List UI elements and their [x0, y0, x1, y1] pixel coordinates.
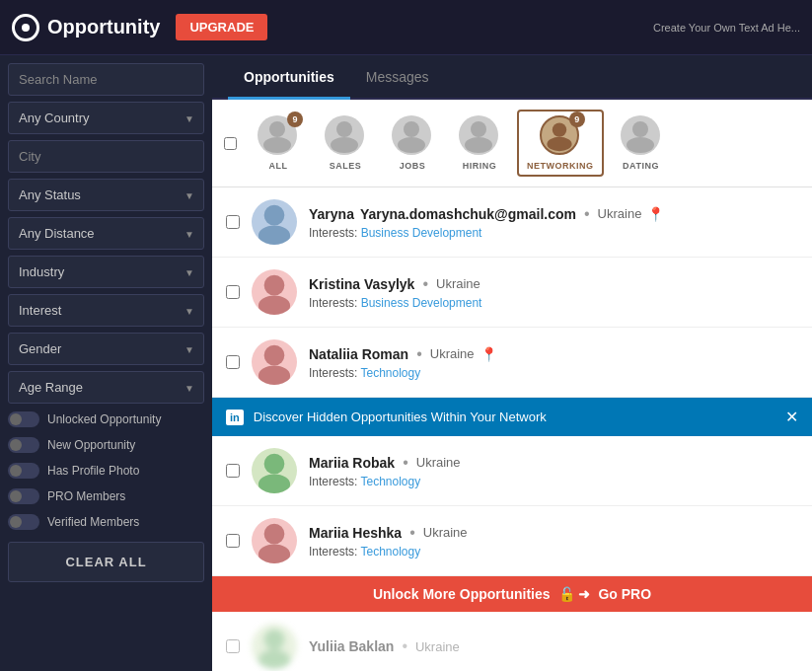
- toggle-new-opp-switch[interactable]: [8, 437, 39, 453]
- country-filter-wrapper: Any Country: [8, 102, 204, 134]
- avatar-silhouette-svg: [252, 624, 297, 669]
- toggle-profile-photo-switch[interactable]: [8, 463, 39, 479]
- distance-filter-wrapper: Any Distance: [8, 217, 204, 250]
- svg-point-22: [264, 630, 285, 650]
- svg-point-15: [258, 295, 290, 315]
- toggle-verified-switch[interactable]: [8, 514, 39, 530]
- person-name-line: Yuliia Baklan • Ukraine: [309, 637, 798, 655]
- separator: •: [422, 275, 428, 293]
- cat-networking-badge: 9: [569, 112, 585, 127]
- distance-filter[interactable]: Any Distance: [8, 217, 204, 250]
- person-checkbox[interactable]: [226, 215, 240, 229]
- separator: •: [584, 205, 590, 223]
- city-input[interactable]: [8, 140, 204, 173]
- category-all[interactable]: 9 ALL: [249, 112, 308, 175]
- person-checkbox[interactable]: [226, 534, 240, 548]
- linkedin-icon: in: [226, 410, 244, 425]
- cat-jobs-icon: [392, 115, 431, 155]
- toggle-profile-photo-label: Has Profile Photo: [47, 464, 139, 478]
- person-avatar[interactable]: [252, 199, 297, 245]
- cat-networking-label: NETWORKING: [527, 161, 594, 171]
- cat-all-label: ALL: [269, 161, 288, 171]
- cat-hiring-icon: [459, 115, 498, 155]
- svg-point-21: [258, 544, 290, 563]
- interest-filter[interactable]: Interest: [8, 294, 204, 327]
- gender-filter-wrapper: Gender: [8, 333, 204, 365]
- header: Opportunity UPGRADE Create Your Own Text…: [0, 0, 812, 55]
- svg-point-8: [553, 122, 566, 136]
- category-hiring[interactable]: HIRING: [450, 112, 509, 175]
- unlock-banner[interactable]: Unlock More Opportunities 🔓 ➜ Go PRO: [212, 576, 812, 612]
- person-name-line: Mariia Robak • Ukraine: [309, 454, 798, 472]
- status-filter-wrapper: Any Status: [8, 179, 204, 211]
- logo-circle: [12, 14, 39, 41]
- toggle-pro-switch[interactable]: [8, 488, 39, 504]
- person-avatar[interactable]: [252, 269, 297, 315]
- country-filter[interactable]: Any Country: [8, 102, 204, 134]
- category-dating[interactable]: DATING: [612, 112, 671, 175]
- cat-sales-icon-wrap: [325, 115, 366, 157]
- search-input[interactable]: [8, 63, 204, 96]
- person-info: Kristina Vasylyk • Ukraine Interests: Bu…: [309, 275, 798, 310]
- person-row: Kristina Vasylyk • Ukraine Interests: Bu…: [212, 258, 812, 328]
- toggle-unlocked: Unlocked Opportunity: [8, 410, 204, 429]
- person-checkbox[interactable]: [226, 639, 240, 653]
- toggle-pro: PRO Members: [8, 486, 204, 506]
- svg-point-7: [465, 137, 492, 153]
- people-list: Yaryna Yaryna.domashchuk@gmail.com • Ukr…: [212, 187, 812, 671]
- person-location: Ukraine: [436, 276, 480, 291]
- industry-filter[interactable]: Industry: [8, 256, 204, 288]
- category-jobs[interactable]: JOBS: [383, 112, 442, 175]
- person-avatar[interactable]: [252, 518, 297, 563]
- person-interests: Interests: Technology: [309, 545, 798, 559]
- svg-point-10: [632, 121, 648, 137]
- tab-messages[interactable]: Messages: [350, 55, 445, 100]
- upgrade-button[interactable]: UPGRADE: [176, 14, 267, 40]
- category-networking[interactable]: 9 NETWORKING: [517, 110, 604, 177]
- person-checkbox[interactable]: [226, 355, 240, 369]
- select-all-checkbox[interactable]: [224, 137, 237, 150]
- interests-value: Technology: [360, 475, 420, 488]
- category-sales[interactable]: SALES: [316, 112, 375, 175]
- person-checkbox[interactable]: [226, 285, 240, 299]
- person-name: Yuliia Baklan: [309, 638, 394, 654]
- svg-point-13: [258, 225, 290, 245]
- cat-hiring-icon-wrap: [459, 115, 500, 157]
- unlock-cta: Go PRO: [598, 586, 651, 602]
- linkedin-banner-close[interactable]: ✕: [785, 408, 798, 426]
- industry-filter-wrapper: Industry: [8, 256, 204, 288]
- svg-point-5: [398, 137, 425, 153]
- toggle-unlocked-switch[interactable]: [8, 411, 39, 427]
- cat-jobs-icon-wrap: [392, 115, 433, 157]
- cat-hiring-label: HIRING: [463, 161, 497, 171]
- toggle-verified-label: Verified Members: [47, 515, 139, 529]
- person-avatar[interactable]: [252, 339, 297, 385]
- toggle-pro-label: PRO Members: [47, 489, 125, 503]
- person-info: Nataliia Roman • Ukraine 📍 Interests: Te…: [309, 345, 798, 380]
- toggle-unlocked-label: Unlocked Opportunity: [47, 412, 161, 426]
- svg-point-2: [336, 121, 352, 137]
- svg-point-17: [258, 365, 290, 385]
- person-location: Ukraine: [423, 525, 468, 540]
- status-filter[interactable]: Any Status: [8, 179, 204, 211]
- avatar-silhouette-svg: [252, 339, 297, 385]
- person-row: Yuliia Baklan • Ukraine: [212, 612, 812, 671]
- svg-point-9: [547, 137, 571, 151]
- cat-sales-icon: [325, 115, 364, 155]
- age-filter[interactable]: Age Range: [8, 371, 204, 404]
- cat-dating-icon-wrap: [621, 115, 662, 157]
- separator: •: [409, 524, 415, 542]
- logo-dot: [22, 24, 30, 32]
- person-avatar[interactable]: [252, 448, 297, 493]
- content-area: Opportunities Messages 9 ALL: [212, 55, 812, 671]
- person-checkbox[interactable]: [226, 464, 240, 478]
- person-avatar[interactable]: [252, 624, 297, 669]
- tab-opportunities[interactable]: Opportunities: [228, 55, 350, 100]
- person-interests: Interests: Business Development: [309, 226, 798, 240]
- clear-all-button[interactable]: CLEAR ALL: [8, 542, 204, 582]
- svg-point-3: [331, 137, 358, 153]
- linkedin-banner: in Discover Hidden Opportunities Within …: [212, 398, 812, 436]
- svg-point-19: [258, 474, 290, 493]
- cat-jobs-svg: [392, 115, 431, 155]
- gender-filter[interactable]: Gender: [8, 333, 204, 365]
